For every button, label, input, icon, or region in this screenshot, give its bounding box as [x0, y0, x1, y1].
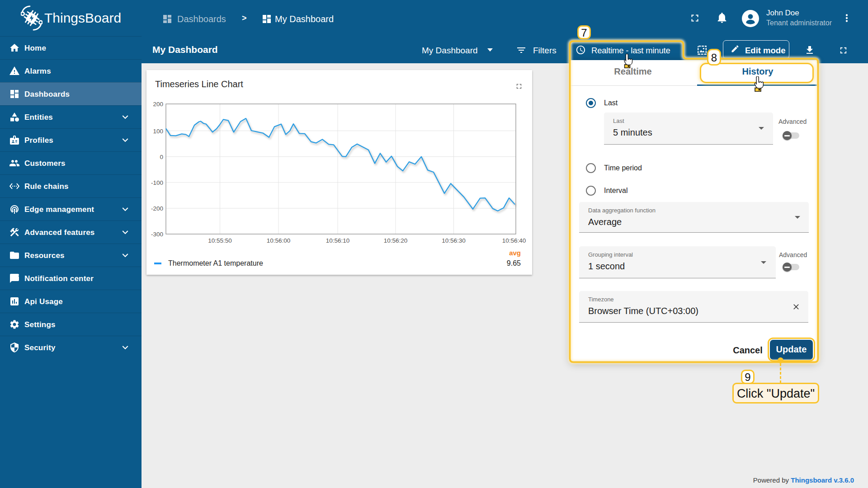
svg-text:10:56:20: 10:56:20 [384, 237, 408, 244]
svg-text:10:56:00: 10:56:00 [267, 237, 291, 244]
svg-text:200: 200 [153, 101, 163, 108]
svg-text:-300: -300 [151, 231, 163, 238]
svg-text:100: 100 [153, 128, 163, 135]
svg-text:10:56:10: 10:56:10 [326, 237, 350, 244]
svg-text:0: 0 [160, 154, 163, 160]
svg-text:10:56:30: 10:56:30 [442, 237, 466, 244]
svg-text:-100: -100 [151, 179, 163, 186]
svg-text:10:56:40: 10:56:40 [502, 237, 526, 244]
svg-text:10:55:50: 10:55:50 [208, 237, 232, 244]
svg-text:-200: -200 [151, 205, 163, 212]
